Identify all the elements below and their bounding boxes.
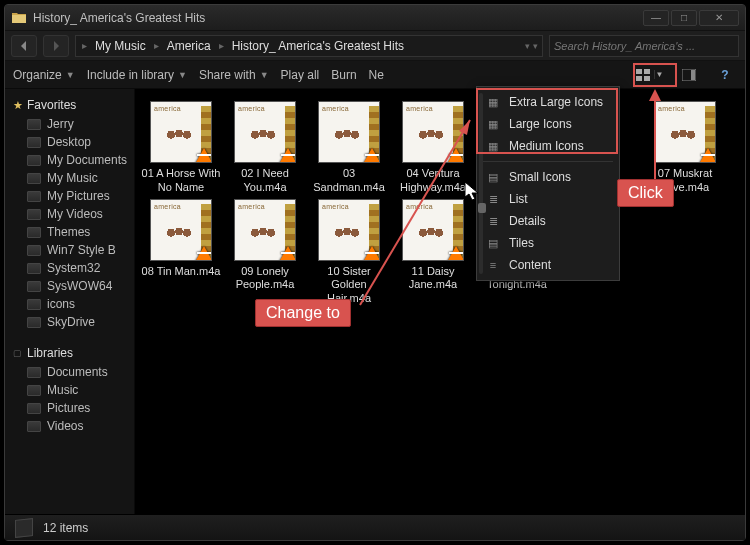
sidebar-item[interactable]: Jerry	[5, 115, 134, 133]
file-name: 08 Tin Man.m4a	[142, 265, 221, 279]
folder-icon	[27, 367, 41, 378]
annotation-callout: Click	[617, 179, 674, 207]
sidebar-item[interactable]: System32	[5, 259, 134, 277]
folder-icon	[27, 299, 41, 310]
favorites-label: Favorites	[27, 98, 76, 112]
folder-icon	[27, 421, 41, 432]
album-art-icon: america	[234, 199, 296, 261]
sidebar-item[interactable]: Themes	[5, 223, 134, 241]
chevron-right-icon: ▸	[152, 40, 161, 51]
sidebar-item[interactable]: My Videos	[5, 205, 134, 223]
share-with-button[interactable]: Share with▼	[199, 68, 269, 82]
breadcrumb-segment[interactable]: America	[163, 37, 215, 55]
sidebar-item[interactable]: My Music	[5, 169, 134, 187]
annotation-arrow	[355, 105, 505, 315]
libraries-label: Libraries	[27, 346, 73, 360]
file-item[interactable]: america02 I Need You.m4a	[223, 99, 307, 197]
navigation-pane: ★ Favorites Jerry Desktop My Documents M…	[5, 89, 135, 514]
sidebar-item[interactable]: Documents	[5, 363, 134, 381]
folder-icon	[15, 518, 33, 538]
breadcrumb-segment[interactable]: My Music	[91, 37, 150, 55]
file-name: 01 A Horse With No Name	[141, 167, 221, 195]
sidebar-item[interactable]: My Documents	[5, 151, 134, 169]
file-item[interactable]: america08 Tin Man.m4a	[139, 197, 223, 308]
vlc-cone-icon	[279, 148, 296, 163]
sidebar-item[interactable]: SysWOW64	[5, 277, 134, 295]
file-item[interactable]: america01 A Horse With No Name	[139, 99, 223, 197]
sidebar-item[interactable]: Pictures	[5, 399, 134, 417]
album-art-icon: america	[234, 101, 296, 163]
svg-marker-7	[459, 120, 470, 135]
preview-pane-button[interactable]	[677, 65, 701, 85]
favorites-group[interactable]: ★ Favorites	[5, 95, 134, 115]
svg-rect-5	[691, 70, 695, 80]
minimize-button[interactable]: —	[643, 10, 669, 26]
breadcrumb[interactable]: ▸ My Music ▸ America ▸ History_ America'…	[75, 35, 543, 57]
file-name: 02 I Need You.m4a	[225, 167, 305, 195]
folder-icon	[27, 263, 41, 274]
vlc-cone-icon	[195, 148, 212, 163]
folder-icon	[27, 209, 41, 220]
sidebar-item[interactable]: Videos	[5, 417, 134, 435]
sidebar-item[interactable]: SkyDrive	[5, 313, 134, 331]
folder-icon	[27, 385, 41, 396]
back-button[interactable]	[11, 35, 37, 57]
nav-bar: ▸ My Music ▸ America ▸ History_ America'…	[5, 31, 745, 61]
folder-icon	[11, 10, 27, 26]
folder-icon	[27, 403, 41, 414]
folder-icon	[27, 173, 41, 184]
close-button[interactable]: ✕	[699, 10, 739, 26]
organize-button[interactable]: Organize▼	[13, 68, 75, 82]
title-bar: History_ America's Greatest Hits — □ ✕	[5, 5, 745, 31]
breadcrumb-segment[interactable]: History_ America's Greatest Hits	[228, 37, 408, 55]
maximize-button[interactable]: □	[671, 10, 697, 26]
annotation-arrow	[635, 83, 675, 193]
forward-button[interactable]	[43, 35, 69, 57]
libraries-group[interactable]: ▢ Libraries	[5, 343, 134, 363]
folder-icon	[27, 137, 41, 148]
window-controls: — □ ✕	[643, 10, 739, 26]
star-icon: ★	[13, 99, 23, 112]
sidebar-item[interactable]: icons	[5, 295, 134, 313]
search-placeholder: Search History_ America's ...	[554, 40, 695, 52]
annotation-callout: Change to	[255, 299, 351, 327]
file-item[interactable]: america09 Lonely People.m4a	[223, 197, 307, 308]
cursor-icon	[464, 181, 482, 203]
folder-icon	[27, 119, 41, 130]
vlc-cone-icon	[699, 148, 716, 163]
folder-icon	[27, 227, 41, 238]
album-art-icon: america	[150, 101, 212, 163]
folder-icon	[27, 155, 41, 166]
folder-icon	[27, 191, 41, 202]
svg-line-6	[360, 120, 470, 305]
folder-icon	[27, 245, 41, 256]
album-art-icon: america	[150, 199, 212, 261]
help-button[interactable]: ?	[713, 65, 737, 85]
sidebar-item[interactable]: Win7 Style B	[5, 241, 134, 259]
include-library-button[interactable]: Include in library▼	[87, 68, 187, 82]
folder-icon	[27, 281, 41, 292]
svg-marker-9	[649, 89, 661, 101]
vlc-cone-icon	[279, 246, 296, 261]
status-bar: 12 items	[5, 514, 745, 540]
vlc-cone-icon	[195, 246, 212, 261]
sidebar-item[interactable]: Desktop	[5, 133, 134, 151]
expand-icon: ▢	[13, 348, 23, 358]
chevron-right-icon: ▸	[80, 40, 89, 51]
svg-marker-10	[465, 182, 478, 200]
search-input[interactable]: Search History_ America's ...	[549, 35, 739, 57]
burn-button[interactable]: Burn	[331, 68, 356, 82]
explorer-window: History_ America's Greatest Hits — □ ✕ ▸…	[4, 4, 746, 541]
item-count: 12 items	[43, 521, 88, 535]
chevron-right-icon: ▸	[217, 40, 226, 51]
play-all-button[interactable]: Play all	[281, 68, 320, 82]
new-folder-button[interactable]: Ne	[369, 68, 384, 82]
sidebar-item[interactable]: My Pictures	[5, 187, 134, 205]
folder-icon	[27, 317, 41, 328]
file-name: 09 Lonely People.m4a	[225, 265, 305, 293]
window-title: History_ America's Greatest Hits	[33, 11, 643, 25]
breadcrumb-dropdown-icon[interactable]: ▾ ▾	[525, 41, 538, 51]
sidebar-item[interactable]: Music	[5, 381, 134, 399]
